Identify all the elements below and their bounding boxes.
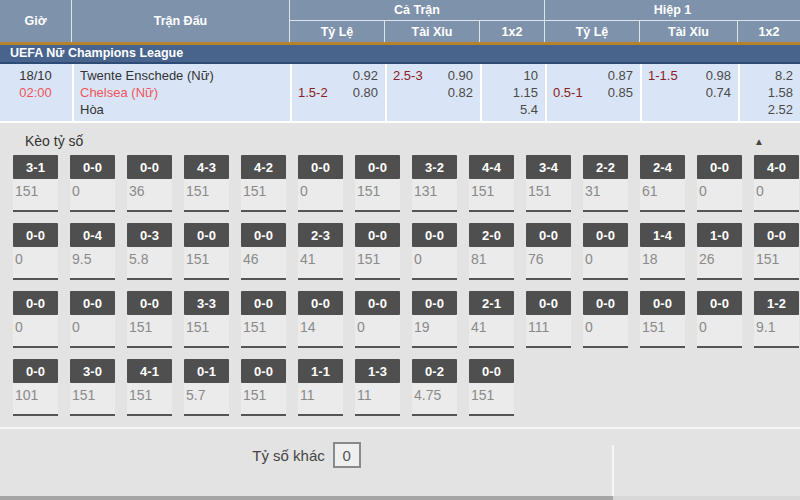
score-label[interactable]: 0-0 xyxy=(583,223,628,247)
score-cell[interactable]: 3-0151 xyxy=(70,359,115,416)
score-label[interactable]: 0-0 xyxy=(355,223,400,247)
score-cell[interactable]: 4-1151 xyxy=(127,359,172,416)
score-label[interactable]: 0-0 xyxy=(583,291,628,315)
score-cell[interactable]: 1-418 xyxy=(640,223,685,280)
full-handicap-home-odds[interactable]: 0.92 xyxy=(353,67,378,84)
full-handicap-away-odds[interactable]: 0.80 xyxy=(353,84,378,101)
score-label[interactable]: 0-0 xyxy=(526,223,571,247)
full-handicap-cell[interactable]: 0.92 1.5-2 0.80 xyxy=(290,64,385,121)
score-cell[interactable]: 4-3151 xyxy=(184,155,229,212)
score-label[interactable]: 0-0 xyxy=(640,291,685,315)
score-label[interactable]: 1-1 xyxy=(298,359,343,383)
score-label[interactable]: 0-0 xyxy=(127,155,172,179)
score-cell[interactable]: 0-00 xyxy=(697,155,742,212)
horizontal-scrollbar[interactable] xyxy=(0,496,800,500)
score-cell[interactable]: 0-0151 xyxy=(754,223,799,280)
score-label[interactable]: 2-4 xyxy=(640,155,685,179)
half-1x2-away[interactable]: 1.58 xyxy=(740,84,800,101)
score-cell[interactable]: 0-0151 xyxy=(355,223,400,280)
score-cell[interactable]: 3-2131 xyxy=(412,155,457,212)
score-label[interactable]: 0-3 xyxy=(127,223,172,247)
score-cell[interactable]: 2-081 xyxy=(469,223,514,280)
score-cell[interactable]: 4-4151 xyxy=(469,155,514,212)
score-label[interactable]: 3-1 xyxy=(13,155,58,179)
score-label[interactable]: 0-0 xyxy=(241,291,286,315)
half-handicap-home-odds[interactable]: 0.87 xyxy=(608,67,633,84)
half-handicap-away-odds[interactable]: 0.85 xyxy=(608,84,633,101)
half-1x2-cell[interactable]: 8.2 1.58 2.52 xyxy=(738,64,800,121)
score-label[interactable]: 0-0 xyxy=(697,291,742,315)
score-cell[interactable]: 2-461 xyxy=(640,155,685,212)
score-cell[interactable]: 4-00 xyxy=(754,155,799,212)
score-label[interactable]: 2-2 xyxy=(583,155,628,179)
score-label[interactable]: 0-0 xyxy=(70,155,115,179)
half-1x2-draw[interactable]: 2.52 xyxy=(740,101,800,118)
score-cell[interactable]: 0-0111 xyxy=(526,291,571,348)
score-label[interactable]: 4-3 xyxy=(184,155,229,179)
score-label[interactable]: 0-0 xyxy=(13,223,58,247)
score-cell[interactable]: 1-026 xyxy=(697,223,742,280)
score-cell[interactable]: 2-231 xyxy=(583,155,628,212)
score-cell[interactable]: 0-00 xyxy=(13,291,58,348)
score-cell[interactable]: 0-076 xyxy=(526,223,571,280)
score-cell[interactable]: 0-014 xyxy=(298,291,343,348)
score-label[interactable]: 0-0 xyxy=(697,155,742,179)
score-label[interactable]: 2-3 xyxy=(298,223,343,247)
half-under-odds[interactable]: 0.74 xyxy=(706,84,731,101)
score-cell[interactable]: 1-311 xyxy=(355,359,400,416)
half-over-odds[interactable]: 0.98 xyxy=(706,67,731,84)
score-label[interactable]: 0-0 xyxy=(241,223,286,247)
full-overunder-cell[interactable]: 2.5-3 0.90 0.82 xyxy=(385,64,480,121)
score-label[interactable]: 0-0 xyxy=(241,359,286,383)
score-cell[interactable]: 0-0151 xyxy=(241,291,286,348)
full-1x2-draw[interactable]: 5.4 xyxy=(482,101,545,118)
score-label[interactable]: 0-0 xyxy=(526,291,571,315)
score-cell[interactable]: 3-4151 xyxy=(526,155,571,212)
score-cell[interactable]: 0-046 xyxy=(241,223,286,280)
score-cell[interactable]: 0-0101 xyxy=(13,359,58,416)
score-cell[interactable]: 2-141 xyxy=(469,291,514,348)
score-label[interactable]: 4-0 xyxy=(754,155,799,179)
half-handicap-cell[interactable]: 0.87 0.5-1 0.85 xyxy=(545,64,640,121)
score-cell[interactable]: 2-341 xyxy=(298,223,343,280)
score-cell[interactable]: 0-00 xyxy=(13,223,58,280)
half-overunder-cell[interactable]: 1-1.5 0.98 0.74 xyxy=(640,64,738,121)
score-cell[interactable]: 0-24.75 xyxy=(412,359,457,416)
other-score-box[interactable]: 0 xyxy=(333,442,361,468)
full-under-odds[interactable]: 0.82 xyxy=(448,84,473,101)
score-label[interactable]: 4-1 xyxy=(127,359,172,383)
score-label[interactable]: 0-0 xyxy=(469,359,514,383)
score-cell[interactable]: 3-1151 xyxy=(13,155,58,212)
score-label[interactable]: 4-2 xyxy=(241,155,286,179)
score-cell[interactable]: 0-0151 xyxy=(241,359,286,416)
league-header[interactable]: UEFA Nữ Champions League xyxy=(0,45,800,64)
score-cell[interactable]: 0-00 xyxy=(70,291,115,348)
score-label[interactable]: 0-0 xyxy=(70,291,115,315)
score-label[interactable]: 0-0 xyxy=(184,223,229,247)
score-label[interactable]: 2-0 xyxy=(469,223,514,247)
full-1x2-away[interactable]: 1.15 xyxy=(482,84,545,101)
score-label[interactable]: 0-0 xyxy=(298,155,343,179)
score-cell[interactable]: 0-00 xyxy=(355,291,400,348)
score-cell[interactable]: 4-2151 xyxy=(241,155,286,212)
score-label[interactable]: 0-0 xyxy=(754,223,799,247)
score-cell[interactable]: 0-00 xyxy=(697,291,742,348)
score-cell[interactable]: 0-15.7 xyxy=(184,359,229,416)
score-label[interactable]: 0-0 xyxy=(355,155,400,179)
score-cell[interactable]: 0-0151 xyxy=(127,291,172,348)
score-label[interactable]: 4-4 xyxy=(469,155,514,179)
score-label[interactable]: 0-4 xyxy=(70,223,115,247)
score-label[interactable]: 3-0 xyxy=(70,359,115,383)
score-cell[interactable]: 1-111 xyxy=(298,359,343,416)
score-label[interactable]: 0-0 xyxy=(355,291,400,315)
full-1x2-home[interactable]: 10 xyxy=(482,67,545,84)
score-label[interactable]: 0-2 xyxy=(412,359,457,383)
score-label[interactable]: 0-0 xyxy=(127,291,172,315)
score-cell[interactable]: 0-00 xyxy=(583,223,628,280)
score-cell[interactable]: 0-35.8 xyxy=(127,223,172,280)
score-label[interactable]: 2-1 xyxy=(469,291,514,315)
score-label[interactable]: 1-3 xyxy=(355,359,400,383)
score-cell[interactable]: 0-0151 xyxy=(469,359,514,416)
score-label[interactable]: 0-0 xyxy=(412,223,457,247)
score-label[interactable]: 1-4 xyxy=(640,223,685,247)
